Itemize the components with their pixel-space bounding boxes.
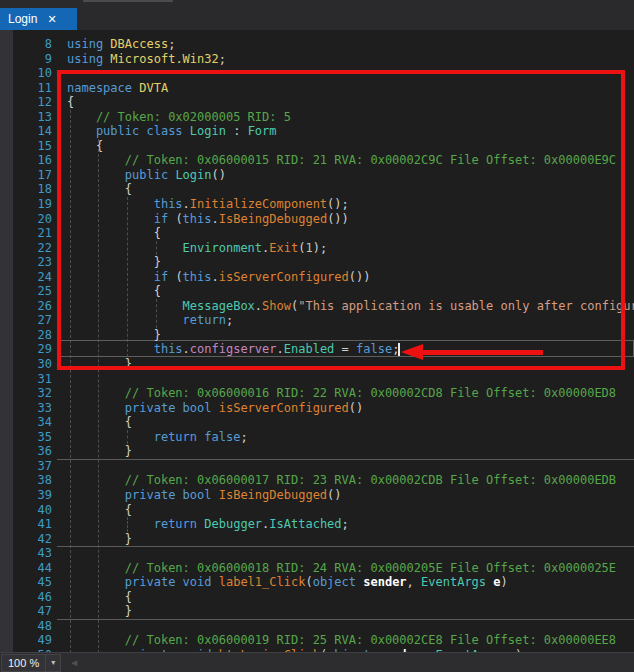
line-number[interactable]: 43	[0, 546, 52, 561]
code-text[interactable]: private bool IsBeingDebugged()	[67, 488, 342, 503]
close-icon[interactable]: ✕	[47, 14, 56, 25]
line-number[interactable]: 18	[0, 182, 52, 197]
code-text[interactable]: if (this.IsBeingDebugged())	[67, 212, 349, 227]
code-text[interactable]: using Microsoft.Win32;	[67, 52, 226, 67]
code-text[interactable]: }	[67, 255, 161, 270]
code-text[interactable]: return false;	[67, 430, 248, 445]
line-number[interactable]: 44	[0, 561, 52, 576]
line-number[interactable]: 14	[0, 124, 52, 139]
code-line-23[interactable]: 23 }	[0, 255, 634, 270]
code-line-12[interactable]: 12{	[0, 95, 634, 110]
line-number[interactable]: 23	[0, 255, 52, 270]
code-text[interactable]: {	[67, 95, 74, 110]
code-text[interactable]: private void btnLogin_Click(object sende…	[67, 648, 522, 652]
code-text[interactable]: Environment.Exit(1);	[67, 241, 327, 256]
code-line-8[interactable]: 8using DBAccess;	[0, 37, 634, 52]
code-line-45[interactable]: 45 private void label1_Click(object send…	[0, 575, 634, 590]
line-number[interactable]: 11	[0, 81, 52, 96]
code-line-32[interactable]: 32 // Token: 0x06000016 RID: 22 RVA: 0x0…	[0, 386, 634, 401]
code-text[interactable]: this.InitializeComponent();	[67, 197, 349, 212]
code-line-16[interactable]: 16 // Token: 0x06000015 RID: 21 RVA: 0x0…	[0, 153, 634, 168]
code-text[interactable]: // Token: 0x06000015 RID: 21 RVA: 0x0000…	[67, 153, 616, 168]
line-number[interactable]: 37	[0, 459, 52, 474]
code-text[interactable]: }	[67, 444, 132, 459]
code-text[interactable]: MessageBox.Show("This application is usa…	[67, 299, 634, 314]
code-line-19[interactable]: 19 this.InitializeComponent();	[0, 197, 634, 212]
code-text[interactable]: {	[67, 503, 132, 518]
line-number[interactable]: 45	[0, 575, 52, 590]
line-number[interactable]: 12	[0, 95, 52, 110]
line-number[interactable]: 35	[0, 430, 52, 445]
navigate-back-icon[interactable]: ◄	[69, 657, 79, 668]
code-text[interactable]: // Token: 0x06000017 RID: 23 RVA: 0x0000…	[67, 473, 616, 488]
code-line-28[interactable]: 28 }	[0, 328, 634, 343]
line-number[interactable]: 28	[0, 328, 52, 343]
code-line-30[interactable]: 30 }	[0, 357, 634, 372]
code-line-21[interactable]: 21 {	[0, 226, 634, 241]
line-number[interactable]: 21	[0, 226, 52, 241]
code-line-29[interactable]: 29 this.configserver.Enabled = false;	[0, 342, 634, 357]
line-number[interactable]: 48	[0, 619, 52, 634]
line-number[interactable]: 38	[0, 473, 52, 488]
line-number[interactable]: 8	[0, 37, 52, 52]
code-text[interactable]: }	[67, 357, 132, 372]
code-text[interactable]: }	[67, 328, 161, 343]
code-text[interactable]: public class Login : Form	[67, 124, 277, 139]
code-line-31[interactable]: 31	[0, 372, 634, 387]
code-text[interactable]: // Token: 0x02000005 RID: 5	[67, 110, 291, 125]
code-line-44[interactable]: 44 // Token: 0x06000018 RID: 24 RVA: 0x0…	[0, 561, 634, 576]
line-number[interactable]: 47	[0, 604, 52, 619]
line-number[interactable]: 25	[0, 284, 52, 299]
line-number[interactable]: 10	[0, 66, 52, 81]
line-number[interactable]: 15	[0, 139, 52, 154]
code-text[interactable]: private void label1_Click(object sender,…	[67, 575, 508, 590]
code-line-20[interactable]: 20 if (this.IsBeingDebugged())	[0, 212, 634, 227]
code-line-17[interactable]: 17 public Login()	[0, 168, 634, 183]
code-line-25[interactable]: 25 {	[0, 284, 634, 299]
code-line-18[interactable]: 18 {	[0, 182, 634, 197]
line-number[interactable]: 27	[0, 313, 52, 328]
line-number[interactable]: 49	[0, 633, 52, 648]
code-line-34[interactable]: 34 {	[0, 415, 634, 430]
code-line-41[interactable]: 41 return Debugger.IsAttached;	[0, 517, 634, 532]
code-text[interactable]: {	[67, 139, 103, 154]
code-line-9[interactable]: 9using Microsoft.Win32;	[0, 52, 634, 67]
line-number[interactable]: 9	[0, 52, 52, 67]
code-line-35[interactable]: 35 return false;	[0, 430, 634, 445]
line-number[interactable]: 16	[0, 153, 52, 168]
line-number[interactable]: 20	[0, 212, 52, 227]
code-line-46[interactable]: 46 {	[0, 590, 634, 605]
zoom-level-select[interactable]: 100 % ▾	[1, 654, 61, 672]
line-number[interactable]: 33	[0, 401, 52, 416]
code-line-40[interactable]: 40 {	[0, 503, 634, 518]
code-line-42[interactable]: 42 }	[0, 532, 634, 547]
line-number[interactable]: 32	[0, 386, 52, 401]
code-text[interactable]: private bool isServerConfigured()	[67, 401, 363, 416]
code-line-39[interactable]: 39 private bool IsBeingDebugged()	[0, 488, 634, 503]
code-text[interactable]: {	[67, 226, 161, 241]
code-line-50[interactable]: 50 private void btnLogin_Click(object se…	[0, 648, 634, 652]
chevron-down-icon[interactable]: ▾	[45, 655, 60, 671]
code-line-37[interactable]: 37	[0, 459, 634, 474]
tab-login[interactable]: Login ✕	[0, 8, 77, 30]
line-number[interactable]: 22	[0, 241, 52, 256]
code-text[interactable]: // Token: 0x06000018 RID: 24 RVA: 0x0000…	[67, 561, 616, 576]
line-number[interactable]: 24	[0, 270, 52, 285]
code-text[interactable]: {	[67, 182, 132, 197]
code-line-43[interactable]: 43	[0, 546, 634, 561]
line-number[interactable]: 39	[0, 488, 52, 503]
code-text[interactable]: }	[67, 604, 132, 619]
code-line-15[interactable]: 15 {	[0, 139, 634, 154]
code-line-48[interactable]: 48	[0, 619, 634, 634]
line-number[interactable]: 40	[0, 503, 52, 518]
code-text[interactable]: {	[67, 590, 132, 605]
code-line-36[interactable]: 36 }	[0, 444, 634, 459]
line-number[interactable]: 30	[0, 357, 52, 372]
code-text[interactable]: this.configserver.Enabled = false;	[67, 342, 399, 357]
line-number[interactable]: 50	[0, 648, 52, 652]
code-line-27[interactable]: 27 return;	[0, 313, 634, 328]
line-number[interactable]: 31	[0, 372, 52, 387]
line-number[interactable]: 17	[0, 168, 52, 183]
code-text[interactable]: // Token: 0x06000019 RID: 25 RVA: 0x0000…	[67, 633, 616, 648]
code-line-14[interactable]: 14 public class Login : Form	[0, 124, 634, 139]
